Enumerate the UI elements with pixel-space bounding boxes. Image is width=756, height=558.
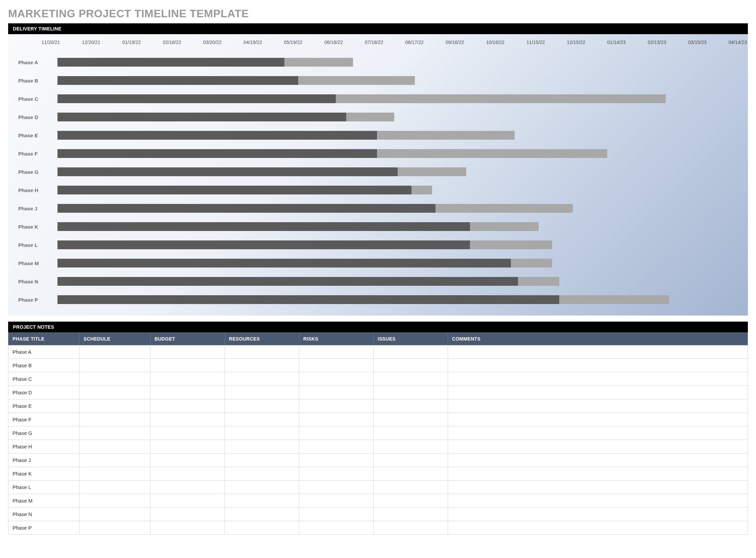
notes-cell-resources[interactable] [225, 372, 299, 386]
notes-cell-comments[interactable] [448, 386, 748, 399]
notes-cell-budget[interactable] [150, 440, 225, 454]
notes-cell-resources[interactable] [225, 467, 299, 481]
notes-cell-issues[interactable] [374, 386, 448, 399]
notes-cell-schedule[interactable] [79, 345, 150, 359]
notes-cell-comments[interactable] [448, 467, 748, 481]
notes-cell-issues[interactable] [374, 413, 448, 426]
notes-cell-phase-title[interactable]: Phase F [8, 413, 79, 426]
notes-cell-resources[interactable] [225, 508, 299, 521]
notes-cell-budget[interactable] [150, 345, 225, 359]
notes-cell-phase-title[interactable]: Phase J [8, 454, 79, 467]
chart-bar-row [51, 290, 738, 309]
notes-cell-comments[interactable] [448, 359, 748, 372]
notes-cell-phase-title[interactable]: Phase E [8, 399, 79, 413]
notes-cell-risks[interactable] [299, 467, 374, 481]
notes-cell-budget[interactable] [150, 508, 225, 521]
notes-cell-phase-title[interactable]: Phase N [8, 508, 79, 521]
notes-cell-risks[interactable] [299, 508, 374, 521]
notes-cell-comments[interactable] [448, 426, 748, 440]
notes-cell-schedule[interactable] [79, 440, 150, 454]
notes-cell-issues[interactable] [374, 454, 448, 467]
chart-row-label: Phase P [18, 290, 51, 309]
notes-cell-phase-title[interactable]: Phase G [8, 426, 79, 440]
notes-cell-resources[interactable] [225, 454, 299, 467]
notes-cell-schedule[interactable] [79, 359, 150, 372]
notes-cell-issues[interactable] [374, 481, 448, 494]
notes-cell-budget[interactable] [150, 399, 225, 413]
notes-cell-risks[interactable] [299, 399, 374, 413]
notes-cell-phase-title[interactable]: Phase B [8, 359, 79, 372]
notes-cell-comments[interactable] [448, 521, 748, 535]
notes-cell-phase-title[interactable]: Phase K [8, 467, 79, 481]
notes-cell-schedule[interactable] [79, 426, 150, 440]
notes-cell-comments[interactable] [448, 508, 748, 521]
notes-cell-budget[interactable] [150, 413, 225, 426]
notes-cell-comments[interactable] [448, 454, 748, 467]
notes-cell-phase-title[interactable]: Phase H [8, 440, 79, 454]
notes-cell-resources[interactable] [225, 481, 299, 494]
notes-cell-risks[interactable] [299, 481, 374, 494]
notes-cell-schedule[interactable] [79, 521, 150, 535]
notes-cell-resources[interactable] [225, 413, 299, 426]
notes-cell-schedule[interactable] [79, 467, 150, 481]
notes-cell-budget[interactable] [150, 521, 225, 535]
notes-cell-schedule[interactable] [79, 454, 150, 467]
notes-cell-issues[interactable] [374, 399, 448, 413]
notes-cell-phase-title[interactable]: Phase P [8, 521, 79, 535]
notes-cell-issues[interactable] [374, 372, 448, 386]
notes-cell-risks[interactable] [299, 372, 374, 386]
notes-cell-budget[interactable] [150, 386, 225, 399]
notes-cell-risks[interactable] [299, 454, 374, 467]
notes-cell-phase-title[interactable]: Phase C [8, 372, 79, 386]
notes-cell-issues[interactable] [374, 467, 448, 481]
notes-cell-risks[interactable] [299, 386, 374, 399]
notes-cell-schedule[interactable] [79, 494, 150, 508]
notes-cell-schedule[interactable] [79, 386, 150, 399]
notes-cell-issues[interactable] [374, 521, 448, 535]
notes-cell-resources[interactable] [225, 359, 299, 372]
notes-cell-risks[interactable] [299, 413, 374, 426]
notes-cell-phase-title[interactable]: Phase D [8, 386, 79, 399]
notes-cell-resources[interactable] [225, 440, 299, 454]
notes-cell-issues[interactable] [374, 494, 448, 508]
notes-cell-schedule[interactable] [79, 413, 150, 426]
notes-cell-budget[interactable] [150, 372, 225, 386]
notes-cell-issues[interactable] [374, 345, 448, 359]
notes-cell-schedule[interactable] [79, 372, 150, 386]
notes-cell-issues[interactable] [374, 440, 448, 454]
notes-cell-comments[interactable] [448, 481, 748, 494]
notes-cell-phase-title[interactable]: Phase A [8, 345, 79, 359]
notes-cell-issues[interactable] [374, 359, 448, 372]
notes-cell-issues[interactable] [374, 508, 448, 521]
notes-cell-budget[interactable] [150, 481, 225, 494]
notes-cell-comments[interactable] [448, 372, 748, 386]
notes-cell-budget[interactable] [150, 494, 225, 508]
notes-cell-schedule[interactable] [79, 399, 150, 413]
notes-cell-issues[interactable] [374, 426, 448, 440]
notes-cell-budget[interactable] [150, 359, 225, 372]
notes-cell-comments[interactable] [448, 413, 748, 426]
notes-cell-comments[interactable] [448, 345, 748, 359]
notes-cell-schedule[interactable] [79, 481, 150, 494]
notes-cell-budget[interactable] [150, 426, 225, 440]
notes-cell-resources[interactable] [225, 345, 299, 359]
notes-cell-risks[interactable] [299, 426, 374, 440]
notes-cell-phase-title[interactable]: Phase M [8, 494, 79, 508]
notes-cell-budget[interactable] [150, 454, 225, 467]
notes-cell-phase-title[interactable]: Phase L [8, 481, 79, 494]
notes-cell-resources[interactable] [225, 399, 299, 413]
notes-cell-resources[interactable] [225, 426, 299, 440]
notes-cell-risks[interactable] [299, 440, 374, 454]
notes-cell-resources[interactable] [225, 494, 299, 508]
notes-cell-comments[interactable] [448, 399, 748, 413]
notes-cell-resources[interactable] [225, 386, 299, 399]
notes-cell-risks[interactable] [299, 494, 374, 508]
notes-cell-comments[interactable] [448, 440, 748, 454]
notes-cell-risks[interactable] [299, 345, 374, 359]
notes-cell-resources[interactable] [225, 521, 299, 535]
notes-cell-schedule[interactable] [79, 508, 150, 521]
notes-cell-risks[interactable] [299, 521, 374, 535]
notes-cell-budget[interactable] [150, 467, 225, 481]
notes-cell-risks[interactable] [299, 359, 374, 372]
notes-cell-comments[interactable] [448, 494, 748, 508]
